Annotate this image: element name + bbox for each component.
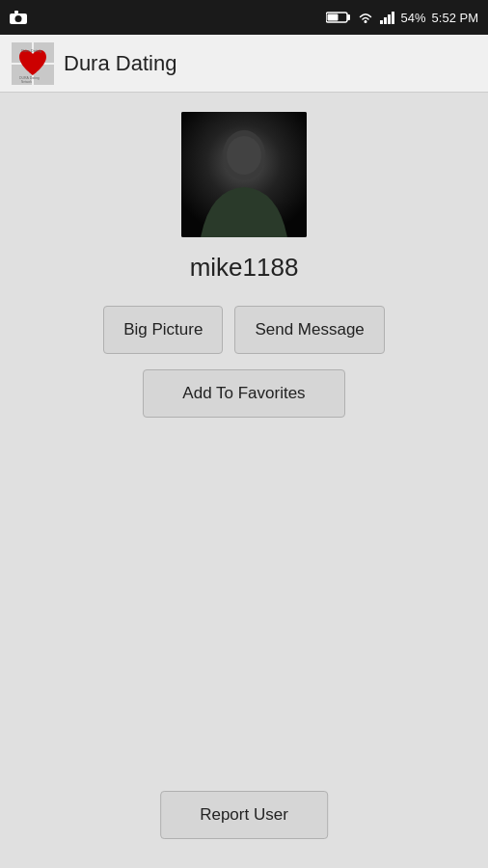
action-buttons-row: Big Picture Send Message bbox=[103, 306, 385, 354]
add-to-favorites-button[interactable]: Add To Favorites bbox=[143, 369, 344, 418]
svg-rect-5 bbox=[327, 14, 338, 21]
profile-photo bbox=[181, 112, 307, 237]
signal-icon bbox=[380, 11, 395, 24]
status-bar: 54% 5:52 PM bbox=[0, 0, 488, 35]
status-left bbox=[10, 11, 27, 24]
main-content: mike1188 Big Picture Send Message Add To… bbox=[0, 93, 488, 868]
battery-percent: 54% bbox=[401, 11, 426, 25]
svg-rect-4 bbox=[347, 14, 350, 20]
svg-rect-2 bbox=[14, 11, 18, 14]
svg-text:Dura Dating: Dura Dating bbox=[21, 48, 41, 53]
camera-icon bbox=[10, 11, 27, 24]
svg-rect-9 bbox=[388, 14, 391, 24]
battery-icon bbox=[326, 11, 351, 24]
status-right: 54% 5:52 PM bbox=[326, 11, 478, 25]
big-picture-button[interactable]: Big Picture bbox=[103, 306, 223, 354]
username: mike1188 bbox=[190, 253, 299, 283]
report-user-container: Report User bbox=[160, 791, 328, 839]
svg-rect-10 bbox=[392, 12, 394, 24]
svg-point-1 bbox=[15, 15, 22, 22]
current-time: 5:52 PM bbox=[432, 11, 478, 25]
svg-rect-7 bbox=[380, 20, 383, 24]
app-title: Dura Dating bbox=[64, 51, 176, 76]
wifi-icon bbox=[357, 11, 374, 24]
app-bar: Dura Dating DURA Dating Network Dura Dat… bbox=[0, 35, 488, 93]
report-user-button[interactable]: Report User bbox=[160, 791, 328, 839]
profile-photo-svg bbox=[181, 112, 307, 237]
app-logo: Dura Dating DURA Dating Network bbox=[12, 42, 54, 85]
svg-text:Network: Network bbox=[21, 80, 33, 84]
svg-rect-8 bbox=[384, 17, 387, 24]
send-message-button[interactable]: Send Message bbox=[234, 306, 384, 354]
svg-point-20 bbox=[227, 136, 261, 175]
svg-point-6 bbox=[364, 20, 366, 23]
